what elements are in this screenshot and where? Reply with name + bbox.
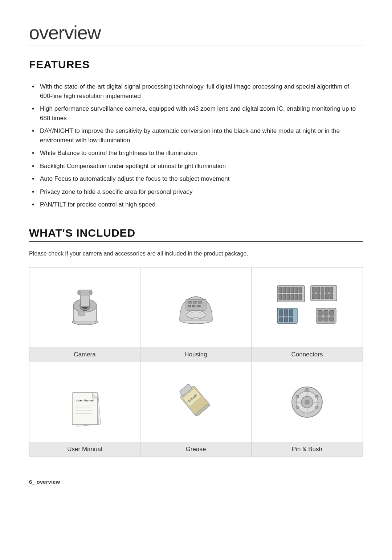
page-footer: 6_ overview xyxy=(29,479,363,485)
svg-rect-27 xyxy=(299,287,302,293)
list-item: High performance surveillance camera, eq… xyxy=(32,104,363,123)
grease-image-area: GREASE xyxy=(140,362,251,442)
features-title: FEATURES xyxy=(29,58,363,71)
pin-bush-icon xyxy=(287,382,327,422)
svg-text:User Manual: User Manual xyxy=(76,399,94,402)
svg-rect-57 xyxy=(324,317,328,321)
svg-rect-50 xyxy=(284,318,288,322)
svg-rect-53 xyxy=(318,310,322,315)
item-connectors: Connectors xyxy=(252,267,363,362)
svg-rect-33 xyxy=(299,294,302,300)
svg-rect-25 xyxy=(291,287,294,293)
svg-rect-36 xyxy=(317,287,320,293)
svg-rect-56 xyxy=(318,317,322,321)
list-item: Auto Focus to automatically adjust the f… xyxy=(32,174,363,184)
connectors-image-area xyxy=(252,267,363,347)
svg-point-77 xyxy=(305,388,309,392)
housing-label: Housing xyxy=(140,347,251,362)
svg-rect-51 xyxy=(289,318,293,322)
camera-icon xyxy=(60,282,110,333)
camera-label: Camera xyxy=(29,347,140,362)
svg-rect-39 xyxy=(330,287,333,293)
svg-point-80 xyxy=(296,395,299,398)
svg-point-8 xyxy=(78,291,81,294)
included-items-grid: Camera Hous xyxy=(29,267,363,457)
list-item: DAY/NIGHT to improve the sensitivity by … xyxy=(32,126,363,145)
housing-icon xyxy=(171,282,221,333)
svg-rect-54 xyxy=(324,310,328,315)
svg-rect-58 xyxy=(330,317,334,321)
svg-rect-31 xyxy=(291,294,294,300)
svg-rect-55 xyxy=(330,310,334,315)
svg-rect-43 xyxy=(325,294,328,299)
list-item: Backlight Compensation under spotlight o… xyxy=(32,162,363,171)
user-manual-label: User Manual xyxy=(29,442,140,457)
svg-rect-41 xyxy=(317,294,320,299)
svg-rect-24 xyxy=(287,287,290,293)
pin-bush-label: Pin & Bush xyxy=(252,442,363,457)
whats-included-description: Please check if your camera and accessor… xyxy=(29,250,363,257)
user-manual-image-area: User Manual xyxy=(29,362,140,442)
connectors-icon xyxy=(274,282,340,333)
svg-point-9 xyxy=(89,291,91,294)
camera-image-area xyxy=(29,267,140,347)
pin-bush-image-area xyxy=(252,362,363,442)
item-pin-bush: Pin & Bush xyxy=(252,362,363,457)
list-item: Privacy zone to hide a specific area for… xyxy=(32,187,363,197)
svg-rect-49 xyxy=(279,318,283,322)
svg-point-78 xyxy=(315,395,318,398)
svg-rect-40 xyxy=(312,294,315,299)
svg-rect-48 xyxy=(289,310,293,316)
whats-included-divider xyxy=(29,241,363,242)
svg-rect-30 xyxy=(287,294,290,300)
svg-rect-28 xyxy=(279,294,282,300)
user-manual-icon: User Manual xyxy=(60,377,110,428)
features-list: With the state-of-the-art digital signal… xyxy=(29,82,363,209)
item-grease: GREASE Grease xyxy=(140,362,252,457)
grease-label: Grease xyxy=(140,442,251,457)
svg-point-76 xyxy=(305,400,309,404)
item-camera: Camera xyxy=(29,267,140,362)
grease-icon: GREASE xyxy=(171,377,221,428)
svg-rect-29 xyxy=(283,294,286,300)
svg-rect-47 xyxy=(284,310,288,316)
svg-rect-12 xyxy=(186,299,206,310)
svg-rect-38 xyxy=(325,287,328,293)
list-item: White Balance to control the brightness … xyxy=(32,148,363,158)
page-overview-title: overview xyxy=(29,22,363,44)
item-user-manual: User Manual User Manual xyxy=(29,362,140,457)
svg-rect-37 xyxy=(321,287,324,293)
svg-rect-35 xyxy=(312,287,315,293)
svg-rect-14 xyxy=(193,301,197,303)
svg-rect-17 xyxy=(192,305,195,307)
svg-rect-22 xyxy=(279,287,282,293)
svg-rect-26 xyxy=(295,287,298,293)
item-housing: Housing xyxy=(140,267,252,362)
svg-rect-46 xyxy=(279,310,283,316)
svg-point-20 xyxy=(189,312,203,318)
whats-included-title: WHAT'S INCLUDED xyxy=(29,227,363,239)
svg-rect-23 xyxy=(283,287,286,293)
svg-rect-44 xyxy=(330,294,333,299)
overview-title-divider xyxy=(29,45,363,45)
svg-rect-10 xyxy=(78,311,85,315)
housing-image-area xyxy=(140,267,251,347)
list-item: With the state-of-the-art digital signal… xyxy=(32,82,363,101)
svg-point-81 xyxy=(296,406,299,409)
svg-point-79 xyxy=(315,406,318,409)
connectors-label: Connectors xyxy=(252,347,363,362)
svg-rect-13 xyxy=(188,301,192,303)
list-item: PAN/TILT for precise control at high spe… xyxy=(32,200,363,209)
svg-rect-42 xyxy=(321,294,324,299)
features-divider xyxy=(29,73,363,73)
svg-rect-18 xyxy=(197,305,200,307)
svg-rect-32 xyxy=(295,294,298,300)
svg-rect-15 xyxy=(198,301,202,303)
svg-rect-16 xyxy=(188,305,191,307)
